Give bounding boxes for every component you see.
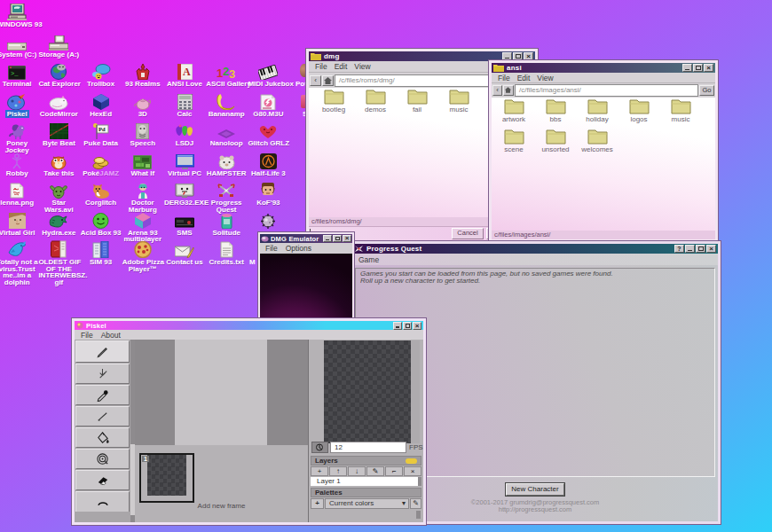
svg-text:>_: >_ bbox=[11, 70, 19, 77]
svg-text:3: 3 bbox=[229, 67, 235, 80]
svg-text:A: A bbox=[183, 66, 191, 78]
svg-text:Pd: Pd bbox=[98, 126, 106, 132]
